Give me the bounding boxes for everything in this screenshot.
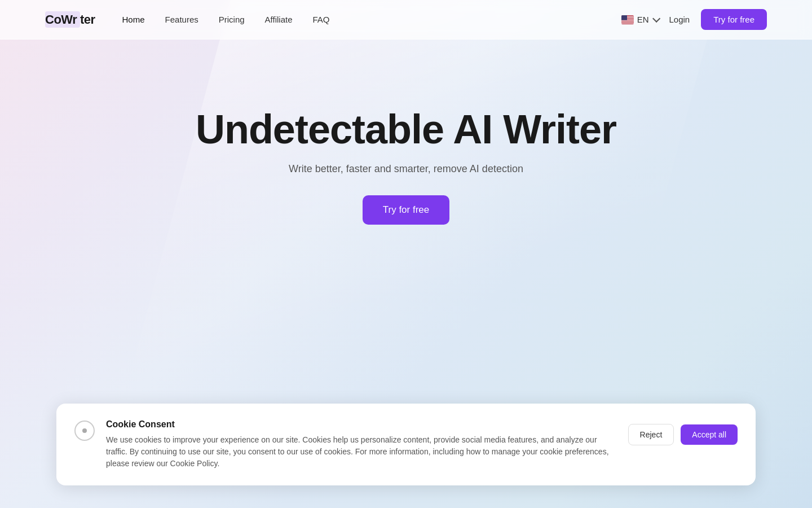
logo-link[interactable]: CoWr ter <box>45 12 95 27</box>
accept-all-button[interactable]: Accept all <box>681 424 738 445</box>
login-button[interactable]: Login <box>669 15 690 24</box>
nav-try-free-button[interactable]: Try for free <box>701 9 767 30</box>
cookie-icon <box>74 421 95 441</box>
logo-text: CoWr ter <box>45 12 95 27</box>
svg-rect-5 <box>621 21 634 22</box>
nav-item-pricing[interactable]: Pricing <box>219 15 245 25</box>
chevron-down-icon <box>652 14 660 22</box>
hero-section: Undetectable AI Writer Write better, fas… <box>0 40 812 225</box>
svg-rect-4 <box>621 20 634 20</box>
nav-link-features[interactable]: Features <box>165 15 198 24</box>
cookie-actions: Reject Accept all <box>628 424 738 445</box>
cookie-content: Cookie Consent We use cookies to improve… <box>106 419 617 470</box>
svg-rect-7 <box>621 15 627 20</box>
nav-item-home[interactable]: Home <box>122 15 145 25</box>
language-selector[interactable]: EN <box>621 15 658 24</box>
navbar: CoWr ter Home Features Pricing Affiliate… <box>0 0 812 40</box>
nav-item-faq[interactable]: FAQ <box>313 15 330 25</box>
nav-item-features[interactable]: Features <box>165 15 198 25</box>
nav-right: EN Login Try for free <box>621 9 767 30</box>
cookie-banner: Cookie Consent We use cookies to improve… <box>56 404 756 485</box>
hero-subtitle: Write better, faster and smarter, remove… <box>289 163 523 175</box>
nav-link-home[interactable]: Home <box>122 15 145 24</box>
nav-item-affiliate[interactable]: Affiliate <box>265 15 293 25</box>
logo-highlight: CoWr <box>45 11 80 28</box>
cookie-icon-inner <box>82 428 87 433</box>
nav-links: Home Features Pricing Affiliate FAQ <box>122 15 621 25</box>
hero-cta-button[interactable]: Try for free <box>363 195 450 225</box>
cookie-title: Cookie Consent <box>106 419 617 430</box>
nav-link-faq[interactable]: FAQ <box>313 15 330 24</box>
nav-link-affiliate[interactable]: Affiliate <box>265 15 293 24</box>
cookie-text: We use cookies to improve your experienc… <box>106 434 617 470</box>
hero-title: Undetectable AI Writer <box>196 107 616 152</box>
nav-link-pricing[interactable]: Pricing <box>219 15 245 24</box>
reject-button[interactable]: Reject <box>628 424 674 445</box>
svg-rect-6 <box>621 23 634 23</box>
flag-icon <box>621 15 634 24</box>
language-code: EN <box>637 15 649 24</box>
